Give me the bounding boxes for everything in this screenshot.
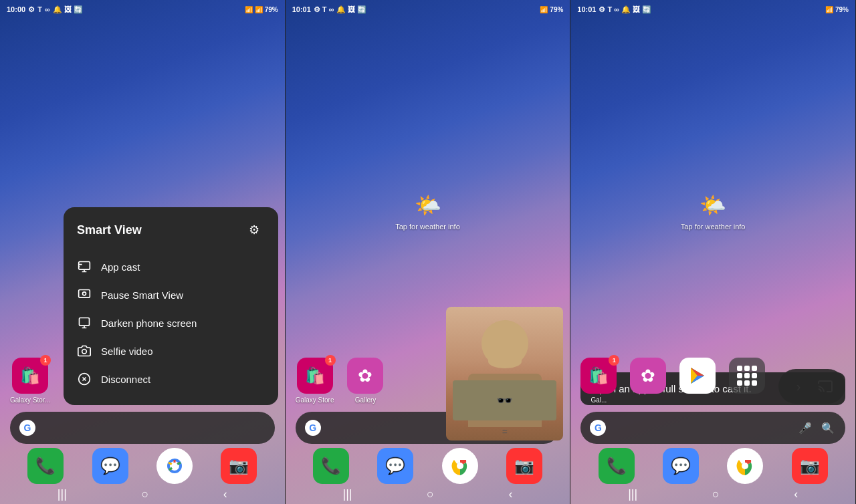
weather-icon-3: 🌤️: [698, 191, 728, 220]
chrome-app-3[interactable]: [727, 448, 763, 484]
messages-app-1[interactable]: 💬: [92, 448, 128, 484]
lens-icon-3[interactable]: 🔍: [820, 420, 836, 436]
menu-header: Smart View ⚙: [77, 219, 265, 241]
battery-area-2: 📶 79%: [540, 6, 563, 13]
recents-nav-3[interactable]: |||: [628, 487, 637, 501]
status-bar-3: 10:01 ⚙ T ∞ 🔔 🖼 🔄 📶 79%: [570, 0, 855, 19]
dock-1: 📞 💬 📷: [0, 448, 285, 484]
svg-point-4: [82, 350, 87, 354]
signal-icon: ⚙: [28, 5, 35, 14]
phone-app-3[interactable]: 📞: [599, 448, 635, 484]
nav-bar-3: ||| ○ ‹: [570, 487, 855, 501]
weather-widget-3[interactable]: 🌤️ Tap for weather info: [681, 191, 746, 231]
camera-app-3[interactable]: 📷: [792, 448, 828, 484]
dock-3: 📞 💬 📷: [570, 448, 855, 484]
pause-icon: [77, 287, 92, 302]
menu-item-disconnect[interactable]: Disconnect: [77, 365, 265, 393]
disconnect-label: Disconnect: [101, 374, 150, 385]
menu-title: Smart View: [77, 223, 142, 237]
status-time-3: 10:01 ⚙ T ∞ 🔔 🖼 🔄: [577, 5, 651, 14]
nav-bar-2: ||| ○ ‹: [286, 487, 570, 501]
status-time-1: 10:00 ⚙ T ∞ 🔔 🖼 🔄: [7, 5, 83, 14]
time-2: 10:01: [292, 5, 311, 13]
icons-1: 🔔 🖼 🔄: [53, 5, 83, 14]
galaxy-store-label-3: Gal...: [591, 396, 607, 404]
battery-area-1: 📶 📶 79%: [245, 6, 278, 13]
video-inner-2: 🕶️: [446, 307, 563, 440]
galaxy-store-label-2: Galaxy Store: [296, 396, 334, 404]
signal-bars-icon: 📶: [255, 6, 263, 13]
home-icons-2: 🛍️ 1 Galaxy Store ✿ Gallery: [296, 358, 384, 404]
cast-icon: [77, 259, 92, 274]
selfie-label: Selfie video: [101, 346, 153, 357]
recents-nav-1[interactable]: |||: [58, 487, 67, 501]
play-store-3[interactable]: [679, 358, 716, 394]
wifi-icon-3: 📶: [825, 6, 833, 13]
grid-app-3[interactable]: [729, 358, 765, 394]
darken-label: Darken phone screen: [101, 318, 197, 329]
mic-icon-3[interactable]: 🎤: [797, 420, 813, 436]
battery-3: 79%: [835, 6, 849, 13]
galaxy-store-icon-1[interactable]: 🛍️ 1 Galaxy Stor...: [10, 358, 50, 404]
video-preview-2: 🕶️ =: [446, 307, 563, 440]
pause-label: Pause Smart View: [101, 289, 183, 301]
menu-item-selfie[interactable]: Selfie video: [77, 337, 265, 365]
screen-icon: [77, 316, 92, 330]
camera-app-2[interactable]: 📷: [506, 448, 542, 484]
badge-1: 1: [40, 355, 51, 366]
svg-point-14: [457, 463, 463, 469]
chrome-app-1[interactable]: [156, 448, 193, 484]
settings-button[interactable]: ⚙: [243, 219, 265, 241]
google-logo-2: G: [305, 420, 321, 436]
svg-point-10: [171, 463, 178, 469]
battery-1: 79%: [265, 6, 278, 13]
dots-grid: [737, 366, 757, 386]
weather-widget-2[interactable]: 🌤️ Tap for weather info: [395, 191, 460, 231]
gallery-3[interactable]: ✿: [630, 358, 666, 394]
camera-icon: [77, 344, 92, 358]
search-bar-1[interactable]: G: [10, 412, 275, 444]
nav-bar-1: ||| ○ ‹: [0, 487, 285, 501]
home-nav-2[interactable]: ○: [427, 487, 434, 501]
gallery-label-2: Gallery: [355, 396, 377, 404]
smart-view-menu[interactable]: Smart View ⚙ App cast Pause Sm: [64, 207, 278, 405]
phone-screen-2: 10:01 ⚙ T ∞ 🔔 🖼 🔄 📶 79% 🌤️ Tap for weath…: [286, 0, 571, 504]
svg-point-22: [742, 463, 748, 469]
home-nav-3[interactable]: ○: [712, 487, 720, 501]
messages-app-2[interactable]: 💬: [377, 448, 413, 484]
menu-item-appcast[interactable]: App cast: [77, 253, 265, 281]
icons-3: ⚙ T ∞ 🔔 🖼 🔄: [599, 5, 651, 14]
menu-item-darken[interactable]: Darken phone screen: [77, 309, 265, 337]
home-icons-3: 🛍️ 1 Gal... ✿: [580, 358, 765, 404]
galaxy-store-label-1: Galaxy Stor...: [10, 396, 50, 404]
svg-rect-1: [79, 290, 90, 298]
badge-2: 1: [325, 355, 336, 366]
weather-label-3: Tap for weather info: [681, 223, 746, 231]
icons-2: ⚙ T ∞ 🔔 🖼 🔄: [314, 5, 366, 14]
weather-icon-2: 🌤️: [413, 191, 443, 220]
back-nav-1[interactable]: ‹: [223, 487, 227, 501]
time-1: 10:00: [7, 5, 25, 13]
google-logo-3: G: [590, 420, 606, 436]
status-bar-2: 10:01 ⚙ T ∞ 🔔 🖼 🔄 📶 79%: [286, 0, 570, 19]
back-nav-3[interactable]: ‹: [794, 487, 798, 501]
status-time-2: 10:01 ⚙ T ∞ 🔔 🖼 🔄: [292, 5, 366, 14]
svg-rect-3: [80, 318, 90, 326]
status-bar-1: 10:00 ⚙ T ∞ 🔔 🖼 🔄 📶 📶 79%: [0, 0, 285, 19]
chrome-app-2[interactable]: [442, 448, 478, 484]
home-nav-1[interactable]: ○: [141, 487, 148, 501]
svg-point-2: [83, 292, 86, 295]
back-nav-2[interactable]: ‹: [509, 487, 513, 501]
battery-2: 79%: [550, 6, 563, 13]
galaxy-store-3[interactable]: 🛍️ 1 Gal...: [580, 358, 617, 404]
messages-app-3[interactable]: 💬: [663, 448, 699, 484]
phone-app-1[interactable]: 📞: [27, 448, 64, 484]
galaxy-store-2[interactable]: 🛍️ 1 Galaxy Store: [296, 358, 334, 404]
phone-app-2[interactable]: 📞: [313, 448, 349, 484]
google-logo-1: G: [19, 420, 35, 436]
menu-item-pause[interactable]: Pause Smart View: [77, 281, 265, 309]
recents-nav-2[interactable]: |||: [342, 487, 352, 501]
camera-app-1[interactable]: 📷: [221, 448, 257, 484]
gallery-icon-2[interactable]: ✿ Gallery: [347, 358, 383, 404]
search-bar-3[interactable]: G 🎤 🔍: [580, 412, 845, 444]
